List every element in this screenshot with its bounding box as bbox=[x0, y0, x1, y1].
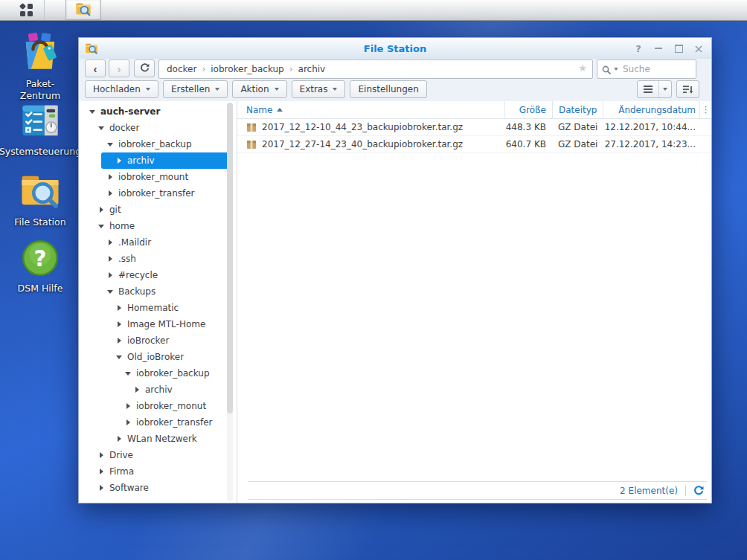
file-row[interactable]: 2017_12_12-10_44_23_backupiobroker.tar.g… bbox=[237, 119, 711, 136]
tree-item-iobroker-transfer[interactable]: iobroker_transfer bbox=[79, 414, 230, 431]
sort-button[interactable] bbox=[676, 80, 699, 98]
favorite-star-icon[interactable]: ★ bbox=[578, 62, 587, 74]
column-header-name[interactable]: Name bbox=[237, 101, 504, 118]
svg-text:?: ? bbox=[34, 246, 47, 271]
chevron-right-icon[interactable] bbox=[98, 206, 106, 213]
tree-item-git[interactable]: git bbox=[79, 202, 230, 218]
tree-item-wlan-netzwerk[interactable]: WLan Netzwerk bbox=[79, 431, 230, 447]
minimize-button[interactable] bbox=[652, 42, 665, 55]
tree-item-iobroker-mount[interactable]: iobroker_mount bbox=[79, 169, 230, 185]
help-icon: ? bbox=[21, 239, 60, 280]
tree-item-iobroker-backup[interactable]: iobroker_backup bbox=[79, 365, 230, 382]
refresh-list-button[interactable] bbox=[693, 486, 704, 496]
chevron-right-icon[interactable] bbox=[107, 190, 115, 197]
tree-item-software[interactable]: Software bbox=[79, 480, 230, 496]
chevron-down-icon[interactable] bbox=[107, 288, 115, 295]
breadcrumb-separator-icon: › bbox=[202, 64, 205, 74]
tree-item-label: archiv bbox=[145, 384, 173, 395]
toolbar-button-aktion[interactable]: Aktion bbox=[232, 80, 286, 98]
tree-item-iobroker-monut[interactable]: iobroker_monut bbox=[79, 398, 230, 414]
tree-item-label: auch-server bbox=[100, 106, 160, 117]
chevron-right-icon[interactable] bbox=[116, 435, 124, 442]
chevron-down-icon[interactable] bbox=[98, 222, 106, 230]
view-mode-button[interactable] bbox=[637, 80, 672, 98]
chevron-down-icon[interactable] bbox=[125, 370, 132, 377]
chevron-right-icon[interactable] bbox=[116, 321, 124, 328]
tree-item-label: iobroker_mount bbox=[118, 172, 188, 182]
tree-item-drive[interactable]: Drive bbox=[79, 447, 230, 463]
main-menu-button[interactable] bbox=[9, 0, 45, 20]
tree-item-iobroker-transfer[interactable]: iobroker_transfer bbox=[79, 185, 230, 202]
tree-item-homematic[interactable]: Homematic bbox=[79, 300, 230, 316]
chevron-right-icon[interactable] bbox=[107, 239, 115, 246]
tree-item-backups[interactable]: Backups bbox=[79, 283, 230, 300]
tree-item-archiv[interactable]: archiv bbox=[101, 152, 230, 169]
chevron-right-icon[interactable] bbox=[107, 173, 115, 181]
tree-item-iobrocker[interactable]: ioBrocker bbox=[79, 332, 230, 349]
navigation-bar: ‹ › docker›iobroker_backup›archiv ★ bbox=[79, 59, 711, 81]
close-button[interactable]: × bbox=[692, 42, 705, 55]
toolbar-button-label: Einstellungen bbox=[358, 84, 418, 94]
column-header-modified[interactable]: Änderungsdatum bbox=[603, 101, 699, 118]
help-button[interactable]: ? bbox=[632, 42, 645, 55]
tree-item-archiv[interactable]: archiv bbox=[79, 382, 230, 398]
tree-item-old-iobroker[interactable]: Old_ioBroker bbox=[79, 349, 230, 365]
window-titlebar[interactable]: File Station ? × bbox=[79, 38, 711, 59]
tree-item-firma[interactable]: Firma bbox=[79, 463, 230, 480]
tree-item-image-mtl-home[interactable]: Image MTL-Home bbox=[79, 316, 230, 332]
tree-item-docker[interactable]: docker bbox=[79, 120, 230, 136]
chevron-right-icon[interactable] bbox=[98, 468, 106, 475]
breadcrumb-segment[interactable]: archiv bbox=[298, 64, 326, 74]
desktop-icon-systemsteuerung[interactable]: Systemsteuerung bbox=[1, 100, 79, 158]
chevron-right-icon[interactable] bbox=[107, 271, 115, 279]
search-input[interactable] bbox=[621, 61, 694, 77]
file-station-icon bbox=[85, 42, 98, 58]
tree-item-auch-server[interactable]: auch-server bbox=[79, 103, 230, 120]
scrollbar-thumb[interactable] bbox=[227, 103, 233, 413]
desktop-icon-dsm-hilfe[interactable]: ? DSM Hilfe bbox=[1, 239, 79, 295]
tree-item--recycle[interactable]: #recycle bbox=[79, 267, 230, 283]
column-header-label: Name bbox=[246, 105, 272, 115]
chevron-down-icon[interactable] bbox=[116, 353, 124, 361]
toolbar-button-label: Hochladen bbox=[93, 84, 141, 94]
maximize-button[interactable] bbox=[672, 42, 685, 55]
tree-item-label: iobroker_monut bbox=[136, 401, 206, 411]
column-options-icon[interactable]: ⋮ bbox=[699, 101, 711, 118]
taskbar-file-station-button[interactable] bbox=[65, 0, 101, 20]
search-filter-chevron-icon[interactable] bbox=[614, 68, 618, 71]
column-header-type[interactable]: Dateityp bbox=[552, 101, 603, 118]
chevron-right-icon[interactable] bbox=[116, 337, 124, 344]
chevron-down-icon[interactable] bbox=[98, 124, 106, 132]
back-button[interactable]: ‹ bbox=[85, 59, 106, 77]
tree-scrollbar[interactable] bbox=[227, 103, 233, 501]
toolbar-button-einstellungen[interactable]: Einstellungen bbox=[350, 80, 426, 98]
tree-item--ssh[interactable]: .ssh bbox=[79, 251, 230, 267]
toolbar-button-extras[interactable]: Extras bbox=[292, 80, 346, 98]
column-header-size[interactable]: Größe bbox=[504, 101, 552, 118]
tree-item-iobroker-backup[interactable]: iobroker_backup bbox=[79, 136, 230, 152]
chevron-right-icon[interactable] bbox=[134, 386, 141, 393]
file-name-cell: 2017_12_27-14_23_40_backupiobroker.tar.g… bbox=[237, 136, 504, 152]
toolbar-button-hochladen[interactable]: Hochladen bbox=[85, 80, 158, 98]
desktop-icon-paket-zentrum[interactable]: Paket-Zentrum bbox=[1, 31, 79, 102]
forward-button[interactable]: › bbox=[109, 59, 129, 77]
chevron-right-icon[interactable] bbox=[107, 255, 115, 263]
desktop-icon-file-station[interactable]: File Station bbox=[1, 170, 79, 228]
chevron-down-icon bbox=[146, 88, 150, 91]
chevron-right-icon[interactable] bbox=[116, 157, 124, 164]
chevron-down-icon[interactable] bbox=[107, 141, 115, 148]
chevron-right-icon[interactable] bbox=[125, 419, 132, 426]
tree-item-home[interactable]: home bbox=[79, 218, 230, 234]
file-row[interactable]: 2017_12_27-14_23_40_backupiobroker.tar.g… bbox=[237, 136, 711, 153]
breadcrumb-segment[interactable]: iobroker_backup bbox=[211, 64, 284, 74]
toolbar-button-erstellen[interactable]: Erstellen bbox=[163, 80, 228, 98]
refresh-button[interactable] bbox=[134, 59, 155, 77]
chevron-right-icon[interactable] bbox=[98, 484, 106, 492]
breadcrumb-segment[interactable]: docker bbox=[167, 64, 196, 74]
tree-item--maildir[interactable]: .Maildir bbox=[79, 234, 230, 251]
breadcrumb[interactable]: docker›iobroker_backup›archiv ★ bbox=[158, 59, 593, 79]
chevron-right-icon[interactable] bbox=[116, 304, 124, 312]
chevron-down-icon[interactable] bbox=[89, 108, 97, 115]
chevron-right-icon[interactable] bbox=[98, 451, 106, 459]
chevron-right-icon[interactable] bbox=[125, 402, 132, 410]
